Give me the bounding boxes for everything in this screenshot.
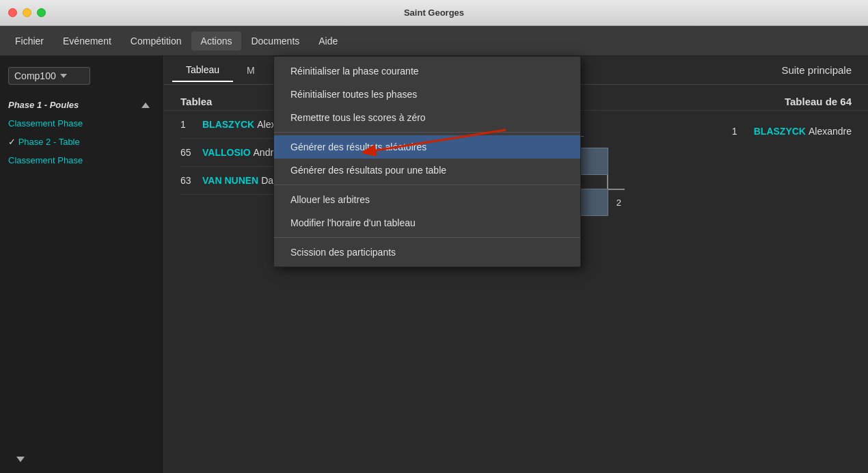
window-title: Saint Georges: [404, 8, 464, 18]
sidebar-item-classement2[interactable]: Classement Phase: [0, 151, 163, 170]
bracket-vline: [607, 175, 608, 189]
scroll-up-arrow[interactable]: [141, 103, 150, 108]
dropdown-generer-table[interactable]: Générer des résultats pour une table: [274, 159, 580, 182]
tableau-de-64-label: Tableau de 64: [785, 96, 852, 107]
menu-competition[interactable]: Compétition: [121, 31, 191, 51]
participant-last-3: VAN NUNEN: [202, 175, 258, 186]
title-bar: Saint Georges: [0, 0, 868, 26]
participant-number-2: 65: [180, 147, 197, 158]
comp-label-text: Comp100: [14, 70, 56, 81]
dropdown-scission[interactable]: Scission des participants: [274, 241, 580, 264]
menu-fichier[interactable]: Fichier: [5, 31, 53, 51]
scroll-down-arrow[interactable]: [16, 457, 25, 462]
menu-bar: Fichier Evénement Compétition Actions Do…: [0, 26, 868, 56]
participant-number-1: 1: [180, 119, 197, 130]
check-icon: ✓: [8, 137, 18, 147]
participant-number-3: 63: [180, 175, 197, 186]
dropdown-reinit-all[interactable]: Réinitialiser toutes les phases: [274, 83, 580, 106]
sidebar: Comp100 Phase 1 - Poules Classement Phas…: [0, 56, 164, 473]
sidebar-item-phase1[interactable]: Phase 1 - Poules: [0, 96, 163, 114]
dropdown-separator-1: [274, 132, 580, 133]
dropdown-modifier-horaire[interactable]: Modifier l'horaire d'un tableau: [274, 211, 580, 234]
right-participant-row-1: 1 BLASZYCK Alexandre: [732, 118, 852, 145]
phase2-label: Phase 2 - Table: [18, 137, 80, 147]
comp-dropdown-arrow: [60, 74, 67, 78]
maximize-button[interactable]: [37, 8, 46, 17]
dropdown-separator-3: [274, 237, 580, 238]
sidebar-item-phase2[interactable]: ✓ Phase 2 - Table: [0, 133, 163, 151]
menu-documents[interactable]: Documents: [241, 31, 309, 51]
tableau-label: Tablea: [180, 96, 212, 107]
participant-last-1: BLASZYCK: [202, 119, 254, 130]
tab-m[interactable]: M: [233, 59, 269, 81]
comp-selector[interactable]: Comp100: [0, 62, 163, 90]
right-participant-last-1: BLASZYCK: [754, 126, 806, 137]
menu-actions[interactable]: Actions: [191, 31, 242, 51]
sidebar-item-classement1[interactable]: Classement Phase: [0, 114, 163, 133]
dropdown-separator-2: [274, 185, 580, 185]
suite-principale-label: Suite principale: [765, 56, 868, 84]
close-button[interactable]: [8, 8, 17, 17]
menu-evenement[interactable]: Evénement: [53, 31, 121, 51]
right-participant-number-1: 1: [732, 126, 748, 137]
actions-dropdown[interactable]: Réinitialiser la phase courante Réinitia…: [273, 56, 581, 267]
dropdown-allouer-arbitres[interactable]: Allouer les arbitres: [274, 188, 580, 211]
dropdown-generer-aleatoires[interactable]: Générer des résultats aléatoires: [274, 135, 580, 159]
bracket-hline: [608, 189, 625, 190]
tab-tableau[interactable]: Tableau: [172, 59, 233, 82]
menu-aide[interactable]: Aide: [309, 31, 347, 51]
dropdown-remetre-scores[interactable]: Remettre tous les scores à zéro: [274, 106, 580, 129]
bracket-number: 2: [616, 198, 621, 208]
right-participants: 1 BLASZYCK Alexandre: [732, 118, 868, 145]
minimize-button[interactable]: [23, 8, 31, 17]
dropdown-reinit-phase[interactable]: Réinitialiser la phase courante: [274, 59, 580, 83]
right-participant-first-1: Alexandre: [809, 126, 852, 137]
phase1-label: Phase 1 - Poules: [8, 100, 79, 110]
window-controls: [8, 8, 46, 17]
comp-dropdown[interactable]: Comp100: [8, 67, 90, 85]
participant-last-2: VALLOSIO: [202, 147, 251, 158]
